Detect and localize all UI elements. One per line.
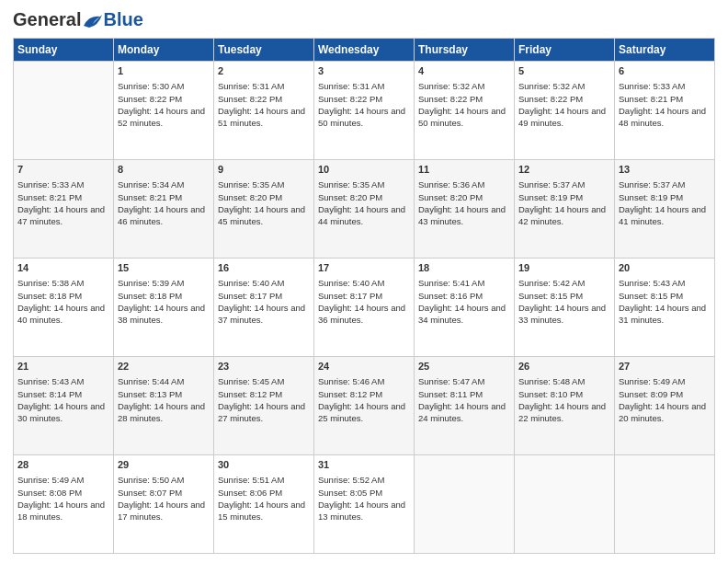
daylight-text-2: 28 minutes.	[118, 412, 210, 424]
cell-content: 16Sunrise: 5:40 AMSunset: 8:17 PMDayligh…	[218, 261, 310, 327]
calendar-cell: 24Sunrise: 5:46 AMSunset: 8:12 PMDayligh…	[314, 357, 415, 455]
sunrise-text: Sunrise: 5:41 AM	[418, 277, 510, 289]
day-number: 3	[318, 64, 410, 78]
cell-content: 31Sunrise: 5:52 AMSunset: 8:05 PMDayligh…	[318, 458, 410, 523]
sunrise-text: Sunrise: 5:31 AM	[218, 80, 310, 92]
cell-content: 19Sunrise: 5:42 AMSunset: 8:15 PMDayligh…	[518, 261, 610, 327]
sunrise-text: Sunrise: 5:30 AM	[118, 80, 210, 92]
sunrise-text: Sunrise: 5:37 AM	[518, 178, 610, 190]
calendar-cell: 8Sunrise: 5:34 AMSunset: 8:21 PMDaylight…	[114, 160, 214, 259]
calendar-cell: 3Sunrise: 5:31 AMSunset: 8:22 PMDaylight…	[314, 62, 415, 160]
daylight-text: Daylight: 14 hours and	[218, 400, 310, 412]
daylight-text: Daylight: 14 hours and	[118, 400, 210, 412]
cell-content: 30Sunrise: 5:51 AMSunset: 8:06 PMDayligh…	[218, 458, 310, 523]
daylight-text: Daylight: 14 hours and	[318, 302, 410, 314]
calendar-cell: 26Sunrise: 5:48 AMSunset: 8:10 PMDayligh…	[515, 357, 615, 455]
calendar-cell: 19Sunrise: 5:42 AMSunset: 8:15 PMDayligh…	[515, 259, 615, 357]
week-row-4: 28Sunrise: 5:49 AMSunset: 8:08 PMDayligh…	[14, 455, 715, 554]
cell-content: 11Sunrise: 5:36 AMSunset: 8:20 PMDayligh…	[418, 163, 510, 228]
cell-content: 23Sunrise: 5:45 AMSunset: 8:12 PMDayligh…	[218, 360, 310, 425]
sunset-text: Sunset: 8:11 PM	[418, 388, 510, 400]
sunset-text: Sunset: 8:21 PM	[118, 191, 210, 203]
daylight-text: Daylight: 14 hours and	[619, 203, 711, 215]
calendar-cell	[14, 62, 114, 160]
sunset-text: Sunset: 8:15 PM	[619, 290, 711, 302]
calendar-cell: 12Sunrise: 5:37 AMSunset: 8:19 PMDayligh…	[515, 160, 615, 259]
day-number: 5	[518, 64, 610, 78]
sunrise-text: Sunrise: 5:40 AM	[218, 277, 310, 289]
sunset-text: Sunset: 8:14 PM	[17, 388, 109, 400]
sunrise-text: Sunrise: 5:45 AM	[218, 375, 310, 387]
sunset-text: Sunset: 8:21 PM	[619, 93, 711, 105]
sunrise-text: Sunrise: 5:32 AM	[518, 80, 610, 92]
daylight-text: Daylight: 14 hours and	[418, 302, 510, 314]
cell-content: 26Sunrise: 5:48 AMSunset: 8:10 PMDayligh…	[518, 360, 610, 425]
sunset-text: Sunset: 8:08 PM	[17, 487, 109, 499]
calendar-cell: 20Sunrise: 5:43 AMSunset: 8:15 PMDayligh…	[615, 259, 715, 357]
daylight-text-2: 13 minutes.	[318, 511, 410, 523]
daylight-text: Daylight: 14 hours and	[17, 400, 109, 412]
sunrise-text: Sunrise: 5:52 AM	[318, 474, 410, 486]
cell-content: 22Sunrise: 5:44 AMSunset: 8:13 PMDayligh…	[118, 360, 210, 425]
cell-content: 12Sunrise: 5:37 AMSunset: 8:19 PMDayligh…	[518, 163, 610, 228]
day-number: 24	[318, 360, 410, 373]
sunrise-text: Sunrise: 5:35 AM	[218, 178, 310, 190]
calendar-cell: 16Sunrise: 5:40 AMSunset: 8:17 PMDayligh…	[214, 259, 314, 357]
daylight-text: Daylight: 14 hours and	[318, 499, 410, 511]
calendar-cell: 31Sunrise: 5:52 AMSunset: 8:05 PMDayligh…	[314, 455, 415, 554]
calendar-cell: 1Sunrise: 5:30 AMSunset: 8:22 PMDaylight…	[114, 62, 214, 160]
calendar-cell: 29Sunrise: 5:50 AMSunset: 8:07 PMDayligh…	[114, 455, 214, 554]
cell-content: 14Sunrise: 5:38 AMSunset: 8:18 PMDayligh…	[17, 261, 109, 327]
calendar-cell: 11Sunrise: 5:36 AMSunset: 8:20 PMDayligh…	[415, 160, 515, 259]
calendar-cell: 17Sunrise: 5:40 AMSunset: 8:17 PMDayligh…	[314, 259, 415, 357]
sunrise-text: Sunrise: 5:31 AM	[318, 80, 410, 92]
day-number: 19	[518, 261, 610, 275]
daylight-text-2: 51 minutes.	[218, 117, 310, 129]
sunset-text: Sunset: 8:21 PM	[17, 191, 109, 203]
daylight-text-2: 38 minutes.	[118, 314, 210, 326]
day-header-monday: Monday	[114, 39, 214, 62]
day-number: 21	[17, 360, 109, 373]
day-number: 31	[318, 458, 410, 472]
day-header-wednesday: Wednesday	[314, 39, 415, 62]
calendar-cell: 6Sunrise: 5:33 AMSunset: 8:21 PMDaylight…	[615, 62, 715, 160]
sunrise-text: Sunrise: 5:46 AM	[318, 375, 410, 387]
sunrise-text: Sunrise: 5:43 AM	[17, 375, 109, 387]
calendar-cell: 9Sunrise: 5:35 AMSunset: 8:20 PMDaylight…	[214, 160, 314, 259]
sunset-text: Sunset: 8:17 PM	[318, 290, 410, 302]
sunset-text: Sunset: 8:12 PM	[218, 388, 310, 400]
day-header-friday: Friday	[515, 39, 615, 62]
sunset-text: Sunset: 8:20 PM	[418, 191, 510, 203]
calendar-cell: 10Sunrise: 5:35 AMSunset: 8:20 PMDayligh…	[314, 160, 415, 259]
sunrise-text: Sunrise: 5:33 AM	[619, 80, 711, 92]
day-number: 2	[218, 64, 310, 78]
day-header-thursday: Thursday	[415, 39, 515, 62]
sunset-text: Sunset: 8:12 PM	[318, 388, 410, 400]
sunset-text: Sunset: 8:17 PM	[218, 290, 310, 302]
cell-content: 20Sunrise: 5:43 AMSunset: 8:15 PMDayligh…	[619, 261, 711, 327]
cell-content: 6Sunrise: 5:33 AMSunset: 8:21 PMDaylight…	[619, 64, 711, 130]
daylight-text: Daylight: 14 hours and	[318, 203, 410, 215]
daylight-text: Daylight: 14 hours and	[118, 203, 210, 215]
daylight-text: Daylight: 14 hours and	[118, 302, 210, 314]
logo-text: GeneralBlue	[13, 9, 143, 30]
day-number: 30	[218, 458, 310, 472]
sunset-text: Sunset: 8:19 PM	[619, 191, 711, 203]
sunrise-text: Sunrise: 5:34 AM	[118, 178, 210, 190]
daylight-text-2: 42 minutes.	[518, 215, 610, 227]
sunrise-text: Sunrise: 5:51 AM	[218, 474, 310, 486]
day-number: 9	[218, 163, 310, 177]
cell-content: 28Sunrise: 5:49 AMSunset: 8:08 PMDayligh…	[17, 458, 109, 523]
sunset-text: Sunset: 8:22 PM	[418, 93, 510, 105]
daylight-text-2: 17 minutes.	[118, 511, 210, 523]
daylight-text-2: 46 minutes.	[118, 215, 210, 227]
calendar-cell: 7Sunrise: 5:33 AMSunset: 8:21 PMDaylight…	[14, 160, 114, 259]
cell-content: 10Sunrise: 5:35 AMSunset: 8:20 PMDayligh…	[318, 163, 410, 228]
day-number: 15	[118, 261, 210, 275]
daylight-text-2: 33 minutes.	[518, 314, 610, 326]
daylight-text: Daylight: 14 hours and	[118, 499, 210, 511]
day-number: 13	[619, 163, 711, 177]
day-number: 14	[17, 261, 109, 275]
cell-content: 9Sunrise: 5:35 AMSunset: 8:20 PMDaylight…	[218, 163, 310, 228]
calendar-cell: 28Sunrise: 5:49 AMSunset: 8:08 PMDayligh…	[14, 455, 114, 554]
